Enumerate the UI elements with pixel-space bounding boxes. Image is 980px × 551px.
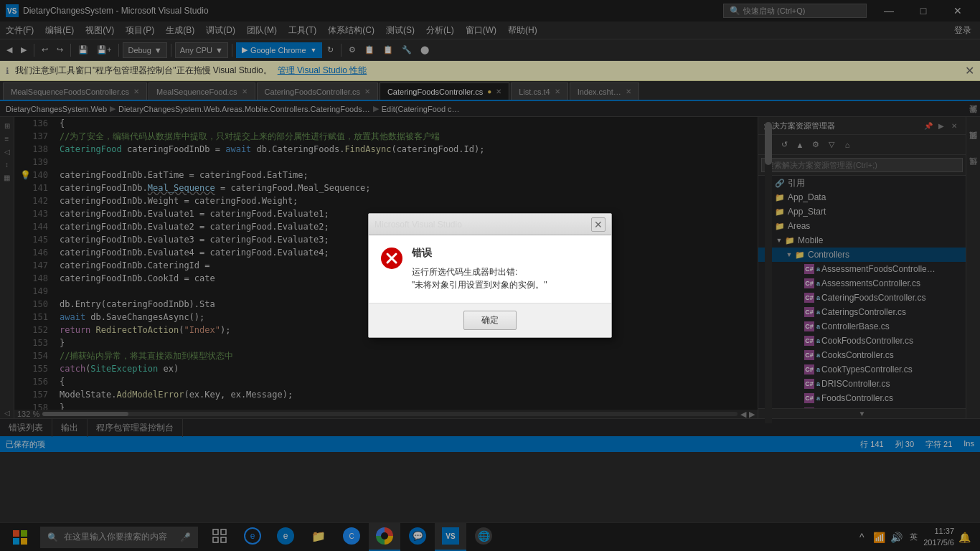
dialog-title-bar: Microsoft Visual Studio ✕ — [369, 214, 611, 235]
dialog-close-button[interactable]: ✕ — [591, 217, 606, 232]
dialog-error-message: 运行所选代码生成器时出错:"未将对象引用设置到对象的实例。" — [412, 265, 600, 291]
dialog-overlay: Microsoft Visual Studio ✕ 错误 运行所选代码生成器时出… — [0, 0, 980, 551]
dialog-ok-button[interactable]: 确定 — [463, 311, 517, 330]
error-icon — [380, 247, 403, 270]
dialog-footer: 确定 — [369, 303, 611, 337]
dialog-title-text: Microsoft Visual Studio — [374, 220, 462, 230]
dialog-text-area: 错误 运行所选代码生成器时出错:"未将对象引用设置到对象的实例。" — [412, 247, 600, 291]
dialog-body: 错误 运行所选代码生成器时出错:"未将对象引用设置到对象的实例。" — [369, 235, 611, 303]
error-dialog: Microsoft Visual Studio ✕ 错误 运行所选代码生成器时出… — [368, 213, 612, 338]
dialog-error-title: 错误 — [412, 247, 600, 260]
